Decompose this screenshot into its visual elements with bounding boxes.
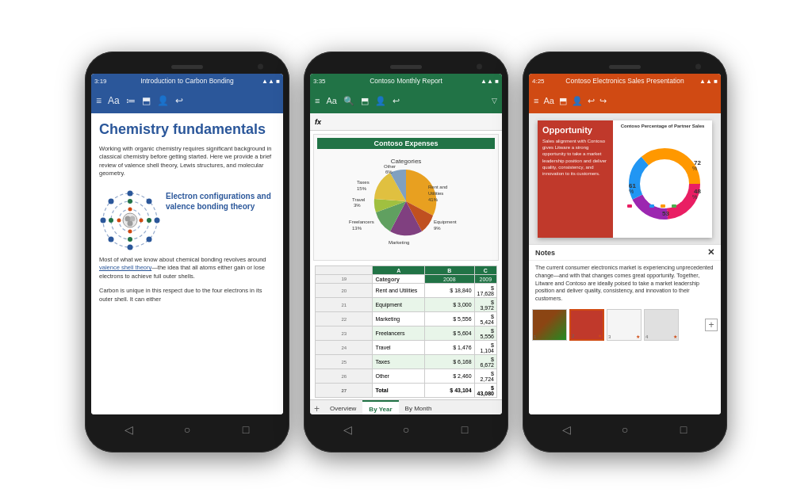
excel-font-icon[interactable]: Aa <box>326 96 336 105</box>
thumb-2[interactable]: 2 ★ <box>569 309 604 341</box>
ppt-slide-left: Opportunity Sales alignment with Contoso… <box>538 120 613 238</box>
svg-text:13%: 13% <box>352 226 362 231</box>
table-row: 27 Total $ 43,104 $ 43,080 <box>316 384 497 398</box>
excel-save-icon[interactable]: ⬒ <box>361 96 369 106</box>
recent-button-excel[interactable]: □ <box>456 421 473 438</box>
ppt-chart-title: Contoso Percentage of Partner Sales <box>616 124 709 129</box>
excel-sheet-tabs[interactable]: + Overview By Year By Month <box>310 399 502 414</box>
add-sheet-button[interactable]: + <box>310 401 324 415</box>
ppt-slide-right: Contoso Percentage of Partner Sales <box>613 120 712 238</box>
ppt-donut-chart: 72 % 48 % 53 61 % <box>616 129 709 235</box>
excel-menu-icon[interactable]: ≡ <box>315 96 320 105</box>
ppt-status-title: Contoso Electronics Sales Presentation <box>565 77 684 85</box>
svg-point-16 <box>147 218 151 223</box>
svg-point-12 <box>147 236 152 242</box>
svg-point-5 <box>130 216 136 221</box>
ppt-redo-icon[interactable]: ↪ <box>599 96 607 106</box>
chart-container: Categories <box>317 151 495 250</box>
speaker-ppt <box>609 65 641 69</box>
svg-text:Utilities: Utilities <box>428 191 443 196</box>
notes-thumbnails: 1 2 ★ 3 ★ 4 ★ + <box>529 306 721 344</box>
back-button[interactable]: ◁ <box>120 421 137 438</box>
word-status-bar: Introduction to Carbon Bonding 3:19 ▲▲ ■ <box>91 74 283 88</box>
recent-button[interactable]: □ <box>237 421 255 438</box>
notes-header: Notes ✕ <box>529 245 721 261</box>
word-body2: Most of what we know about chemical bond… <box>99 256 275 281</box>
word-body1: Working with organic chemistry requires … <box>99 145 275 178</box>
table-row: 26 Other $ 2,460 $ 2,724 <box>316 369 497 384</box>
camera <box>258 64 263 70</box>
excel-undo-icon[interactable]: ↩ <box>393 96 400 106</box>
svg-point-7 <box>128 190 133 196</box>
svg-text:15%: 15% <box>357 186 367 191</box>
tab-by-year[interactable]: By Year <box>362 400 398 414</box>
word-toolbar[interactable]: ≡ Aa ≔ ⬒ 👤 ↩ <box>91 88 283 113</box>
add-slide-button[interactable]: + <box>705 319 718 331</box>
ppt-save-icon[interactable]: ⬒ <box>559 96 567 106</box>
undo-icon[interactable]: ↩ <box>175 95 183 106</box>
excel-screen: Contoso Monthly Report 3:35 ▲▲ ■ ≡ Aa 🔍 … <box>310 74 502 414</box>
thumb-3[interactable]: 3 ★ <box>607 309 642 341</box>
svg-text:%: % <box>692 166 697 171</box>
excel-formula-bar[interactable]: fx <box>310 113 502 131</box>
excel-collapse-icon[interactable]: ▽ <box>492 97 497 105</box>
ppt-undo-icon[interactable]: ↩ <box>588 96 595 106</box>
recent-button-ppt[interactable]: □ <box>675 421 692 438</box>
table-row: 24 Travel $ 1,476 $ 1,104 <box>316 341 497 355</box>
notes-close-icon[interactable]: ✕ <box>707 247 714 258</box>
svg-text:Freelancers: Freelancers <box>349 220 374 224</box>
home-button-ppt[interactable]: ○ <box>616 421 634 438</box>
excel-status-title: Contoso Monthly Report <box>370 77 442 85</box>
svg-point-4 <box>125 216 131 221</box>
svg-point-18 <box>109 218 113 223</box>
svg-text:Marketing: Marketing <box>389 240 409 245</box>
excel-chart-area: Contoso Expenses Categories <box>313 134 499 261</box>
speaker <box>171 65 203 69</box>
phone-ppt: Contoso Electronics Sales Presentation 4… <box>523 52 727 452</box>
excel-nav-bar: ◁ ○ □ <box>310 414 502 441</box>
excel-user-icon[interactable]: 👤 <box>375 96 386 106</box>
svg-rect-54 <box>661 204 665 208</box>
back-button-ppt[interactable]: ◁ <box>557 421 575 438</box>
word-doc-title: Chemistry fundamentals <box>99 121 275 139</box>
save-icon[interactable]: ⬒ <box>142 95 151 106</box>
user-icon[interactable]: 👤 <box>157 95 169 106</box>
excel-chart-title: Contoso Expenses <box>317 138 495 149</box>
list-icon[interactable]: ≔ <box>126 95 136 106</box>
svg-text:Taxes: Taxes <box>357 180 370 185</box>
ppt-menu-icon[interactable]: ≡ <box>534 96 538 105</box>
word-status-right: ▲▲ ■ <box>262 78 280 85</box>
menu-icon[interactable]: ≡ <box>96 95 102 106</box>
word-time: 3:19 <box>94 78 107 85</box>
excel-status-bar: Contoso Monthly Report 3:35 ▲▲ ■ <box>310 74 502 88</box>
excel-toolbar[interactable]: ≡ Aa 🔍 ⬒ 👤 ↩ ▽ <box>310 88 502 113</box>
svg-point-6 <box>128 220 133 226</box>
svg-text:9%: 9% <box>434 226 441 231</box>
svg-point-9 <box>128 244 133 250</box>
svg-text:Other: Other <box>384 164 396 169</box>
excel-time: 3:35 <box>313 78 326 85</box>
home-button[interactable]: ○ <box>178 421 196 438</box>
ppt-font-icon[interactable]: Aa <box>543 96 553 105</box>
word-status-title: Introduction to Carbon Bonding <box>140 77 234 85</box>
font-icon[interactable]: Aa <box>108 95 120 106</box>
svg-rect-53 <box>649 204 654 208</box>
table-row: 19 Category 2008 2009 <box>316 275 497 284</box>
svg-point-19 <box>128 207 132 211</box>
back-button-excel[interactable]: ◁ <box>339 421 356 438</box>
tab-overview[interactable]: Overview <box>324 400 362 414</box>
tab-by-month[interactable]: By Month <box>399 400 439 414</box>
phone-top-excel <box>310 59 502 74</box>
thumb-4[interactable]: 4 ★ <box>644 309 679 341</box>
table-row: 21 Equipment $ 3,000 $ 3,972 <box>316 298 497 312</box>
home-button-excel[interactable]: ○ <box>397 421 415 438</box>
ppt-time: 4:25 <box>532 78 545 85</box>
thumb-1[interactable]: 1 <box>532 309 567 341</box>
excel-search-icon[interactable]: 🔍 <box>343 96 354 106</box>
ppt-toolbar[interactable]: ≡ Aa ⬒ 👤 ↩ ↪ <box>529 88 721 113</box>
camera-ppt <box>695 64 701 70</box>
valence-link[interactable]: valence shell theory <box>99 264 151 271</box>
svg-text:Rent and: Rent and <box>428 185 447 189</box>
svg-text:Equipment: Equipment <box>434 220 457 224</box>
ppt-user-icon[interactable]: 👤 <box>572 96 583 106</box>
